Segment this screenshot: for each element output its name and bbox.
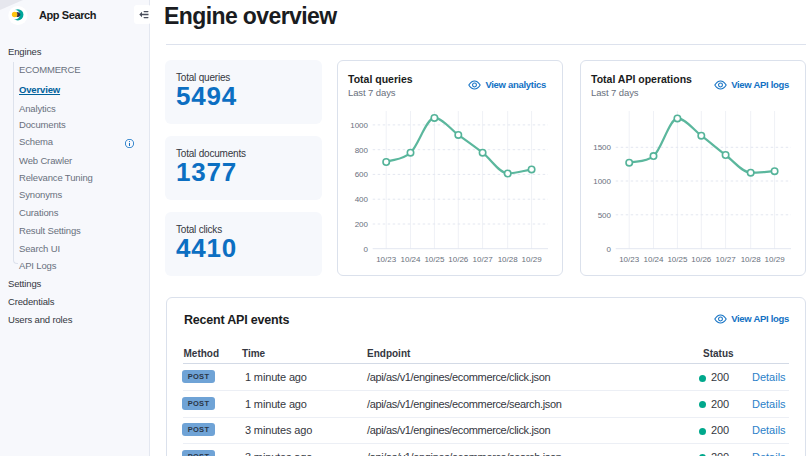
- svg-text:10/23: 10/23: [376, 255, 397, 264]
- svg-text:10/24: 10/24: [400, 255, 421, 264]
- svg-text:10/25: 10/25: [667, 255, 688, 264]
- svg-text:1500: 1500: [593, 143, 611, 152]
- svg-text:1000: 1000: [593, 177, 611, 186]
- svg-text:10/28: 10/28: [741, 255, 762, 264]
- svg-text:10/23: 10/23: [619, 255, 640, 264]
- svg-text:0: 0: [364, 245, 369, 254]
- svg-text:800: 800: [355, 146, 369, 155]
- svg-text:10/29: 10/29: [765, 255, 786, 264]
- svg-text:10/26: 10/26: [448, 255, 469, 264]
- svg-text:10/24: 10/24: [643, 255, 664, 264]
- svg-text:200: 200: [355, 220, 369, 229]
- svg-text:600: 600: [355, 170, 369, 179]
- svg-text:0: 0: [607, 245, 612, 254]
- svg-text:10/28: 10/28: [498, 255, 519, 264]
- svg-text:10/25: 10/25: [424, 255, 445, 264]
- svg-text:10/29: 10/29: [522, 255, 543, 264]
- svg-text:500: 500: [598, 211, 612, 220]
- svg-text:400: 400: [355, 195, 369, 204]
- svg-text:10/27: 10/27: [473, 255, 494, 264]
- svg-text:10/27: 10/27: [716, 255, 737, 264]
- svg-text:1000: 1000: [350, 121, 368, 130]
- svg-text:10/26: 10/26: [691, 255, 712, 264]
